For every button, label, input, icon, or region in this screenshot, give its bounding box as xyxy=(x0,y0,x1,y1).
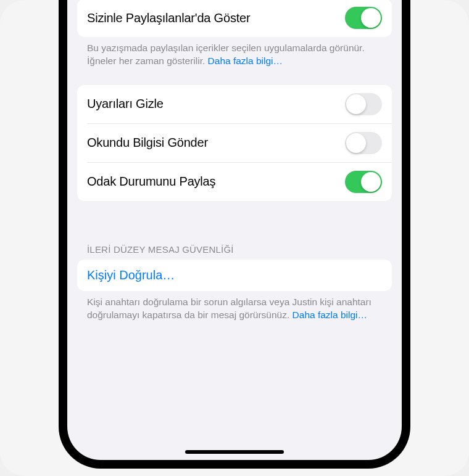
toggle-knob xyxy=(361,172,381,192)
shared-footer: Bu yazışmada paylaşılan içerikler seçile… xyxy=(77,37,392,68)
phone-screen: Sizinle Paylaşılanlar'da Göster Bu yazış… xyxy=(67,0,402,460)
verify-card: Kişiyi Doğrula… xyxy=(77,260,392,291)
toggle-knob xyxy=(346,133,366,153)
share-focus-toggle[interactable] xyxy=(345,171,382,193)
advanced-security-header: İLERİ DÜZEY MESAJ GÜVENLİĞİ xyxy=(77,244,392,260)
shared-with-you-card: Sizinle Paylaşılanlar'da Göster xyxy=(77,0,392,37)
hide-alerts-row: Uyarıları Gizle xyxy=(77,85,392,123)
toggle-knob xyxy=(361,8,381,28)
shared-footer-link[interactable]: Daha fazla bilgi… xyxy=(208,55,283,66)
verify-footer-link[interactable]: Daha fazla bilgi… xyxy=(293,310,367,320)
show-in-shared-row: Sizinle Paylaşılanlar'da Göster xyxy=(77,0,392,37)
alerts-card: Uyarıları Gizle Okundu Bilgisi Gönder Od… xyxy=(77,85,392,201)
send-read-label: Okundu Bilgisi Gönder xyxy=(87,136,208,150)
hide-alerts-label: Uyarıları Gizle xyxy=(87,97,164,111)
verify-contact-link[interactable]: Kişiyi Doğrula… xyxy=(77,260,392,291)
hide-alerts-toggle[interactable] xyxy=(345,93,382,115)
show-in-shared-label: Sizinle Paylaşılanlar'da Göster xyxy=(87,11,250,25)
show-in-shared-toggle[interactable] xyxy=(345,7,382,29)
phone-frame: Sizinle Paylaşılanlar'da Göster Bu yazış… xyxy=(59,0,410,469)
share-focus-label: Odak Durumunu Paylaş xyxy=(87,174,215,189)
home-indicator[interactable] xyxy=(185,450,284,454)
toggle-knob xyxy=(346,94,366,114)
send-read-row: Okundu Bilgisi Gönder xyxy=(87,123,392,162)
share-focus-row: Odak Durumunu Paylaş xyxy=(87,162,392,201)
verify-footer: Kişi anahtarı doğrulama bir sorun algıla… xyxy=(77,291,392,322)
send-read-toggle[interactable] xyxy=(345,132,382,154)
